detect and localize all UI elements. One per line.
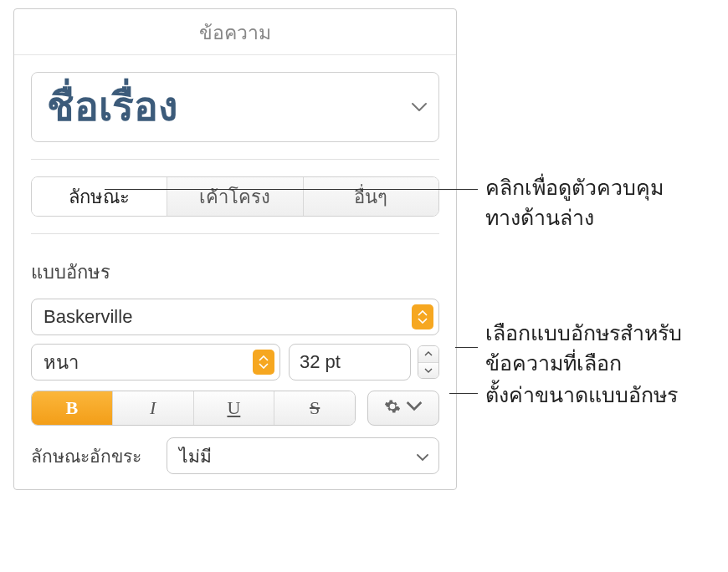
tab-style[interactable]: ลักษณะ [32,177,167,216]
character-style-label: ลักษณะอักขระ [31,442,155,470]
callout-leader [449,393,478,394]
font-family-popup[interactable]: Baskerville [31,299,439,335]
font-section-label: แบบอักษร [31,258,439,287]
font-size-value: 32 pt [300,351,341,373]
font-weight-popup[interactable]: หนา [31,344,280,380]
popup-arrows-icon [412,304,433,329]
popup-arrows-icon [253,350,274,375]
callout-leader [105,189,478,190]
chevron-down-icon [406,398,423,419]
font-weight-value: หนา [44,348,79,377]
panel-title: ข้อความ [14,9,456,55]
font-size-control: 32 pt [289,344,439,380]
format-sidebar: ข้อความ ชื่อเรื่อง ลักษณะ เค้าโครง อื่นๆ… [13,8,457,490]
gear-icon [384,398,401,419]
underline-button[interactable]: U [194,391,275,425]
character-style-popup[interactable]: ไม่มี [167,437,439,474]
divider [31,159,439,160]
chevron-down-icon [412,102,427,112]
tab-more-label: อื่นๆ [354,182,387,212]
paragraph-style-picker[interactable]: ชื่อเรื่อง [31,72,439,142]
paragraph-style-name: ชื่อเรื่อง [47,87,177,127]
subtab-bar: ลักษณะ เค้าโครง อื่นๆ [31,176,439,217]
divider [31,233,439,234]
tab-layout-label: เค้าโครง [199,182,270,212]
callout-size: ตั้งค่าขนาดแบบอักษร [485,380,678,410]
callout-tabs: คลิกเพื่อดูตัวควบคุม ทางด้านล่าง [485,172,664,233]
stepper-up-button[interactable] [418,346,438,363]
callout-font: เลือกแบบอักษรสำหรับ ข้อความที่เลือก [485,318,682,379]
font-size-field[interactable]: 32 pt [289,344,411,380]
strikethrough-button[interactable]: S [274,391,355,425]
stepper-down-button[interactable] [418,363,438,379]
tab-style-label: ลักษณะ [69,182,130,212]
advanced-options-button[interactable] [367,391,439,426]
text-style-segment: B I U S [31,391,356,426]
tab-more[interactable]: อื่นๆ [304,177,438,216]
character-style-value: ไม่มี [179,442,212,470]
font-size-stepper [418,345,439,379]
chevron-down-icon [417,447,428,466]
bold-button[interactable]: B [32,391,113,425]
callout-leader [455,347,478,348]
tab-layout[interactable]: เค้าโครง [167,177,303,216]
italic-button[interactable]: I [113,391,194,425]
font-family-value: Baskerville [44,306,132,328]
